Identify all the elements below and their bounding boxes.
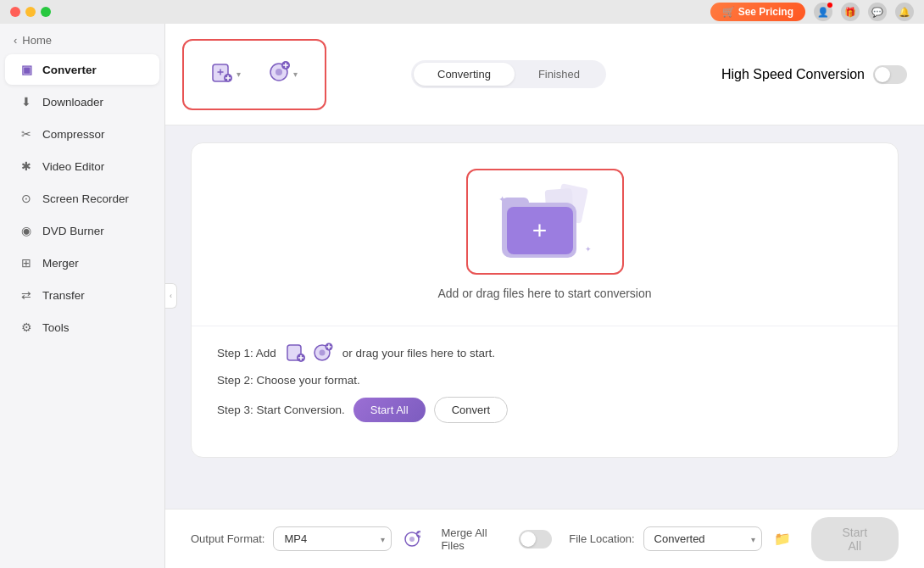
sidebar-item-label: Video Editor bbox=[42, 160, 104, 173]
toolbar: ▾ ▾ bbox=[165, 24, 924, 125]
screen-recorder-icon: ⊙ bbox=[19, 191, 34, 206]
step-1-drag: or drag your files here to start. bbox=[342, 347, 495, 359]
output-format-label: Output Format: bbox=[191, 532, 264, 545]
sidebar-item-merger[interactable]: ⊞ Merger bbox=[5, 248, 159, 278]
sidebar-item-label: DVD Burner bbox=[42, 225, 104, 237]
drop-zone-icon-container: + ✦ ✦ bbox=[466, 169, 624, 275]
high-speed-label: High Speed Conversion bbox=[721, 67, 865, 82]
step-2-label: Step 2: Choose your format. bbox=[217, 374, 360, 387]
output-format-field: Output Format: MP4 MKV AVI MOV MP3 AAC ▾ bbox=[191, 526, 424, 551]
sidebar-item-label: Screen Recorder bbox=[42, 192, 129, 205]
video-editor-icon: ✱ bbox=[19, 159, 34, 174]
step-add-media-icon[interactable] bbox=[312, 342, 334, 364]
tools-icon: ⚙ bbox=[19, 320, 34, 335]
output-format-select[interactable]: MP4 MKV AVI MOV MP3 AAC bbox=[273, 526, 392, 551]
output-format-select-wrapper: MP4 MKV AVI MOV MP3 AAC ▾ bbox=[273, 526, 392, 551]
converter-card: + ✦ ✦ Add or drag files here to start co… bbox=[191, 142, 899, 458]
merge-all-field: Merge All Files bbox=[441, 526, 552, 552]
add-file-arrow: ▾ bbox=[237, 70, 241, 79]
file-location-select[interactable]: Converted Desktop Downloads Custom... bbox=[643, 526, 762, 551]
sidebar-home[interactable]: ‹ Home bbox=[0, 27, 164, 53]
sidebar-item-label: Converter bbox=[42, 64, 97, 76]
folder-front: + bbox=[507, 207, 573, 254]
step-2-row: Step 2: Choose your format. bbox=[217, 374, 872, 387]
file-location-select-wrapper: Converted Desktop Downloads Custom... ▾ bbox=[643, 526, 762, 551]
step-1-row: Step 1: Add bbox=[217, 342, 872, 364]
compressor-icon: ✂ bbox=[19, 126, 34, 142]
fullscreen-button[interactable] bbox=[41, 7, 51, 17]
drop-zone[interactable]: + ✦ ✦ Add or drag files here to start co… bbox=[192, 143, 898, 326]
sparkle-icon-1: ✦ bbox=[498, 194, 506, 205]
app-body: ‹ Home ▣ Converter ⬇ Downloader ✂ Compre… bbox=[0, 24, 924, 568]
file-location-folder-icon[interactable]: 📁 bbox=[771, 527, 794, 551]
chat-icon[interactable]: 💬 bbox=[868, 3, 887, 21]
toolbar-add-actions: ▾ ▾ bbox=[182, 39, 326, 110]
start-all-button[interactable]: Start All bbox=[353, 398, 426, 422]
convert-button[interactable]: Convert bbox=[434, 397, 509, 423]
add-media-arrow: ▾ bbox=[293, 70, 298, 79]
close-button[interactable] bbox=[10, 7, 20, 17]
svg-point-20 bbox=[319, 350, 325, 356]
merge-all-toggle[interactable] bbox=[519, 530, 552, 549]
titlebar: 🛒 See Pricing 👤 🎁 💬 🔔 bbox=[0, 0, 924, 24]
sidebar-item-compressor[interactable]: ✂ Compressor bbox=[5, 119, 159, 149]
sidebar-item-label: Downloader bbox=[42, 96, 103, 109]
step-1-label: Step 1: Add bbox=[217, 347, 276, 359]
sparkle-icon-2: ✦ bbox=[585, 245, 592, 253]
main-content: ‹ ▾ bbox=[165, 24, 924, 568]
toolbar-tabs: Converting Finished bbox=[411, 60, 606, 88]
sidebar-item-dvd-burner[interactable]: ◉ DVD Burner bbox=[5, 215, 159, 246]
step-3-row: Step 3: Start Conversion. Start All Conv… bbox=[217, 397, 872, 423]
sidebar-collapse-button[interactable]: ‹ bbox=[165, 283, 177, 309]
steps-section: Step 1: Add bbox=[192, 326, 898, 457]
tab-converting[interactable]: Converting bbox=[414, 63, 515, 86]
svg-point-9 bbox=[276, 69, 282, 75]
high-speed-section: High Speed Conversion bbox=[721, 65, 907, 84]
step-1-icons bbox=[285, 342, 334, 364]
svg-point-25 bbox=[409, 537, 415, 542]
dvd-burner-icon: ◉ bbox=[19, 223, 34, 238]
file-location-field: File Location: Converted Desktop Downloa… bbox=[569, 526, 793, 551]
content-area: + ✦ ✦ Add or drag files here to start co… bbox=[165, 125, 924, 509]
sidebar-item-label: Transfer bbox=[42, 289, 85, 302]
output-format-settings-icon[interactable] bbox=[400, 527, 424, 551]
sidebar-item-downloader[interactable]: ⬇ Downloader bbox=[5, 86, 159, 117]
sidebar: ‹ Home ▣ Converter ⬇ Downloader ✂ Compre… bbox=[0, 24, 165, 568]
file-location-label: File Location: bbox=[569, 532, 634, 545]
notification-icon[interactable]: 🔔 bbox=[895, 3, 914, 21]
sidebar-item-label: Merger bbox=[42, 257, 79, 270]
add-file-icon bbox=[211, 61, 233, 88]
traffic-lights bbox=[10, 7, 51, 17]
see-pricing-button[interactable]: 🛒 See Pricing bbox=[710, 3, 805, 21]
step-3-label: Step 3: Start Conversion. bbox=[217, 404, 345, 416]
merge-all-label: Merge All Files bbox=[441, 526, 512, 552]
sidebar-item-video-editor[interactable]: ✱ Video Editor bbox=[5, 151, 159, 181]
user-account-icon[interactable]: 👤 bbox=[814, 3, 832, 21]
sidebar-item-transfer[interactable]: ⇄ Transfer bbox=[5, 280, 159, 310]
step-add-file-icon[interactable] bbox=[285, 342, 307, 364]
sidebar-item-tools[interactable]: ⚙ Tools bbox=[5, 312, 159, 342]
sidebar-item-label: Compressor bbox=[42, 128, 105, 141]
converter-icon: ▣ bbox=[19, 62, 34, 77]
titlebar-right: 🛒 See Pricing 👤 🎁 💬 🔔 bbox=[710, 3, 914, 21]
downloader-icon: ⬇ bbox=[19, 94, 34, 109]
bottom-bar: Output Format: MP4 MKV AVI MOV MP3 AAC ▾ bbox=[165, 509, 924, 568]
merger-icon: ⊞ bbox=[19, 255, 34, 270]
start-all-main-button[interactable]: Start All bbox=[811, 517, 899, 561]
home-label: Home bbox=[22, 34, 52, 47]
add-file-button[interactable]: ▾ bbox=[201, 54, 251, 95]
tab-finished[interactable]: Finished bbox=[515, 63, 604, 86]
folder-plus-icon: + bbox=[532, 218, 548, 243]
drop-zone-text: Add or drag files here to start conversi… bbox=[437, 287, 651, 300]
sidebar-item-label: Tools bbox=[42, 321, 70, 334]
add-media-button[interactable]: ▾ bbox=[258, 54, 308, 95]
sidebar-item-converter[interactable]: ▣ Converter bbox=[5, 54, 159, 85]
transfer-icon: ⇄ bbox=[19, 287, 34, 303]
high-speed-toggle[interactable] bbox=[873, 65, 907, 84]
chevron-left-icon: ‹ bbox=[14, 34, 17, 47]
folder-illustration: + ✦ ✦ bbox=[498, 186, 592, 258]
sidebar-item-screen-recorder[interactable]: ⊙ Screen Recorder bbox=[5, 183, 159, 214]
minimize-button[interactable] bbox=[25, 7, 36, 17]
gift-icon[interactable]: 🎁 bbox=[841, 3, 860, 21]
add-media-icon bbox=[268, 61, 290, 88]
